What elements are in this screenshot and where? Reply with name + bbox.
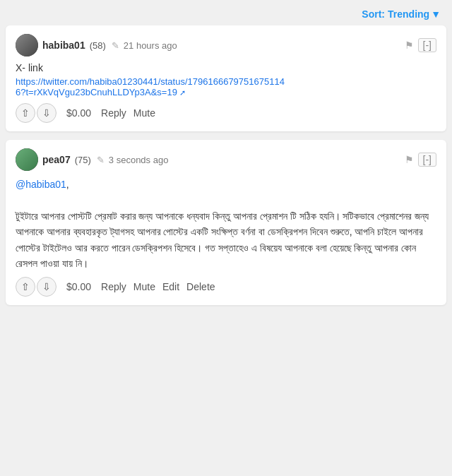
sort-bar: Sort: Trending ▼ <box>6 6 446 25</box>
reply-btn-1[interactable]: Reply <box>101 107 126 119</box>
reputation-2: (75) <box>75 155 91 165</box>
vote-btns-2: ⇧ ⇩ <box>16 277 56 297</box>
comment-header-1: habiba01 (58) ✎ 21 hours ago ⚑ [-] <box>16 34 436 56</box>
flag-icon-1[interactable]: ⚑ <box>405 40 414 51</box>
mute-btn-1[interactable]: Mute <box>133 107 155 119</box>
username-2[interactable]: pea07 <box>42 154 71 165</box>
header-actions-1: ⚑ [-] <box>405 38 436 52</box>
sort-value[interactable]: Trending <box>388 8 429 20</box>
content-label-1: X- link <box>16 62 436 73</box>
comment-header-left-1: habiba01 (58) ✎ 21 hours ago <box>16 34 177 56</box>
collapse-btn-2[interactable]: [-] <box>418 153 436 167</box>
username-1[interactable]: habiba01 <box>42 40 85 51</box>
avatar-1 <box>16 34 38 56</box>
mute-btn-2[interactable]: Mute <box>133 281 155 292</box>
amount-2: $0.00 <box>66 281 91 292</box>
comment-card-1: habiba01 (58) ✎ 21 hours ago ⚑ [-] X- li… <box>6 25 446 131</box>
reply-btn-2[interactable]: Reply <box>101 281 126 292</box>
flag-icon-2[interactable]: ⚑ <box>405 154 414 165</box>
link-1[interactable]: https://twitter.com/habiba01230441/statu… <box>16 76 436 97</box>
vote-row-2: ⇧ ⇩ $0.00 Reply Mute Edit Delete <box>16 277 436 297</box>
comment-header-2: pea07 (75) ✎ 3 seconds ago ⚑ [-] <box>16 148 436 171</box>
timestamp-2: 3 seconds ago <box>109 155 169 165</box>
reputation-1: (58) <box>90 40 106 51</box>
upvote-btn-2[interactable]: ⇧ <box>16 277 35 297</box>
comment-header-left-2: pea07 (75) ✎ 3 seconds ago <box>16 148 168 171</box>
amount-1: $0.00 <box>66 107 91 119</box>
sort-label: Sort: <box>362 8 385 20</box>
collapse-btn-1[interactable]: [-] <box>418 38 436 52</box>
vote-row-1: ⇧ ⇩ $0.00 Reply Mute <box>16 103 436 123</box>
edit-btn-2[interactable]: Edit <box>162 281 179 292</box>
delete-btn-2[interactable]: Delete <box>186 281 215 292</box>
edit-pencil-icon-1[interactable]: ✎ <box>112 40 119 51</box>
comment-card-2: pea07 (75) ✎ 3 seconds ago ⚑ [-] @habiba… <box>6 140 446 305</box>
downvote-btn-2[interactable]: ⇩ <box>37 277 56 297</box>
header-actions-2: ⚑ [-] <box>405 153 436 167</box>
edit-pencil-icon-2[interactable]: ✎ <box>97 155 105 165</box>
avatar-2 <box>16 148 38 171</box>
body-text-2: টুইটারে আপনার পোস্টটি প্রেমাট করার জন্য … <box>16 210 429 269</box>
upvote-btn-1[interactable]: ⇧ <box>16 103 35 123</box>
downvote-btn-1[interactable]: ⇩ <box>37 103 56 123</box>
vote-btns-1: ⇧ ⇩ <box>16 103 56 123</box>
mention-2[interactable]: @habiba01 <box>16 179 66 190</box>
comment-body-2: @habiba01, টুইটারে আপনার পোস্টটি প্রেমাট… <box>16 177 436 271</box>
chevron-down-icon[interactable]: ▼ <box>431 8 441 20</box>
external-link-icon-1: ➚ <box>179 88 186 97</box>
timestamp-1: 21 hours ago <box>124 40 177 51</box>
